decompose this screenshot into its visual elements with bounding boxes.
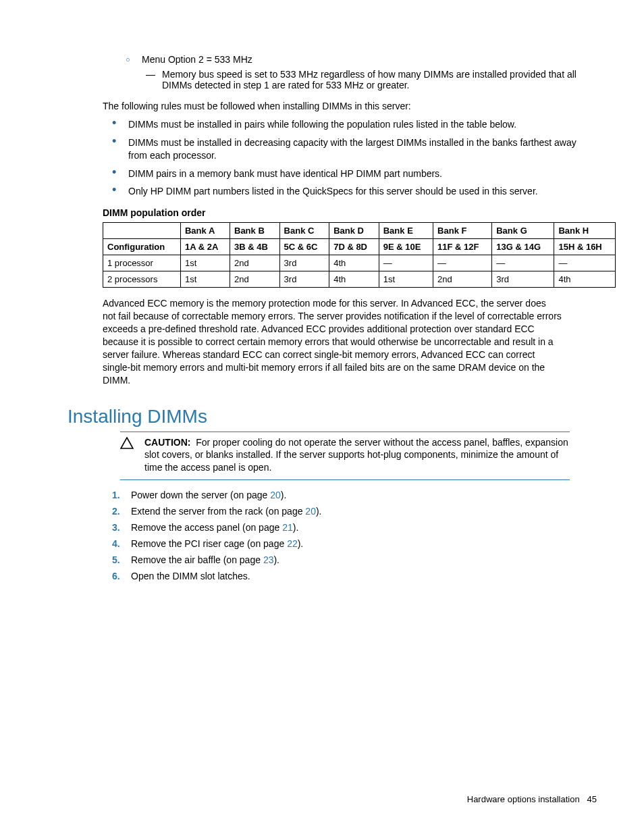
table-title: DIMM population order [103, 207, 597, 218]
page-link[interactable]: 20 [270, 490, 281, 500]
step-item: Remove the PCI riser cage (on page 22). [112, 538, 597, 549]
td: 2 processors [103, 271, 181, 288]
page-link[interactable]: 21 [282, 522, 293, 533]
rule-item: Only HP DIMM part numbers listed in the … [128, 185, 597, 198]
step-text: ). [298, 538, 304, 549]
rule-item: DIMM pairs in a memory bank must have id… [128, 167, 597, 180]
step-text: ). [316, 506, 322, 517]
step-item: Power down the server (on page 20). [112, 490, 597, 500]
step-item: Remove the access panel (on page 21). [112, 522, 597, 533]
td: 3rd [279, 255, 329, 271]
td: 4th [554, 271, 616, 288]
rules-list: DIMMs must be installed in pairs while f… [128, 118, 597, 198]
th: Bank F [433, 223, 492, 239]
th: Bank A [180, 223, 230, 239]
caution-text: CAUTION: For proper cooling do not opera… [144, 436, 570, 475]
th: Bank G [492, 223, 554, 239]
rule-item: DIMMs must be installed in decreasing ca… [128, 136, 597, 162]
td: — [433, 255, 492, 271]
th: 7D & 8D [329, 239, 379, 255]
text: Memory bus speed is set to 533 MHz regar… [162, 69, 576, 90]
page-footer: Hardware options installation 45 [467, 794, 597, 804]
th: Bank E [379, 223, 433, 239]
th: Bank B [230, 223, 280, 239]
table-header-row: Configuration 1A & 2A 3B & 4B 5C & 6C 7D… [103, 239, 616, 255]
td: 4th [329, 255, 379, 271]
page-link[interactable]: 20 [305, 506, 316, 517]
rule-item: DIMMs must be installed in pairs while f… [128, 118, 597, 131]
td: 2nd [230, 271, 280, 288]
td: — [492, 255, 554, 271]
td: 2nd [230, 255, 280, 271]
step-text: Remove the PCI riser cage (on page [131, 538, 287, 549]
th: 11F & 12F [433, 239, 492, 255]
td: 2nd [433, 271, 492, 288]
step-item: Open the DIMM slot latches. [112, 571, 597, 581]
step-text: ). [273, 554, 279, 565]
td: — [379, 255, 433, 271]
step-item: Extend the server from the rack (on page… [112, 506, 597, 517]
th: 5C & 6C [279, 239, 329, 255]
table-row: 1 processor 1st 2nd 3rd 4th — — — — [103, 255, 616, 271]
td: 1 processor [103, 255, 181, 271]
td: 1st [180, 271, 230, 288]
th: 15H & 16H [554, 239, 616, 255]
table-row: 2 processors 1st 2nd 3rd 4th 1st 2nd 3rd… [103, 271, 616, 288]
td: — [554, 255, 616, 271]
document-page: Menu Option 2 = 533 MHz Memory bus speed… [0, 0, 644, 834]
th [103, 223, 181, 239]
step-text: Open the DIMM slot latches. [131, 571, 250, 581]
steps-list: Power down the server (on page 20). Exte… [112, 490, 597, 581]
th: 9E & 10E [379, 239, 433, 255]
footer-page-number: 45 [587, 794, 597, 804]
page-link[interactable]: 23 [263, 554, 274, 565]
step-text: ). [281, 490, 287, 500]
ecc-paragraph: Advanced ECC memory is the memory protec… [103, 297, 562, 386]
caution-body: For proper cooling do not operate the se… [144, 437, 568, 473]
section-heading-installing-dimms: Installing DIMMs [68, 406, 597, 427]
footer-section: Hardware options installation [467, 794, 580, 804]
th: Configuration [103, 239, 181, 255]
step-text: Remove the air baffle (on page [131, 554, 263, 565]
page-link[interactable]: 22 [287, 538, 298, 549]
sub-sub-bullet-detail: Memory bus speed is set to 533 MHz regar… [162, 69, 597, 90]
th: 3B & 4B [230, 239, 280, 255]
step-text: Power down the server (on page [131, 490, 270, 500]
th: Bank H [554, 223, 616, 239]
td: 1st [180, 255, 230, 271]
step-item: Remove the air baffle (on page 23). [112, 554, 597, 565]
dimm-population-table: Bank A Bank B Bank C Bank D Bank E Bank … [103, 222, 616, 288]
th: 13G & 14G [492, 239, 554, 255]
caution-block: CAUTION: For proper cooling do not opera… [120, 432, 570, 481]
caution-label: CAUTION: [144, 437, 190, 448]
step-text: ). [293, 522, 299, 533]
th: 1A & 2A [180, 239, 230, 255]
th: Bank D [329, 223, 379, 239]
sub-bullet-menu-option: Menu Option 2 = 533 MHz [142, 54, 597, 65]
th: Bank C [279, 223, 329, 239]
td: 3rd [492, 271, 554, 288]
caution-icon [120, 436, 144, 475]
rules-intro: The following rules must be followed whe… [103, 100, 597, 113]
step-text: Extend the server from the rack (on page [131, 506, 305, 517]
svg-marker-0 [121, 438, 133, 448]
td: 3rd [279, 271, 329, 288]
td: 4th [329, 271, 379, 288]
table-header-row: Bank A Bank B Bank C Bank D Bank E Bank … [103, 223, 616, 239]
text: Menu Option 2 = 533 MHz [142, 54, 252, 65]
td: 1st [379, 271, 433, 288]
step-text: Remove the access panel (on page [131, 522, 282, 533]
